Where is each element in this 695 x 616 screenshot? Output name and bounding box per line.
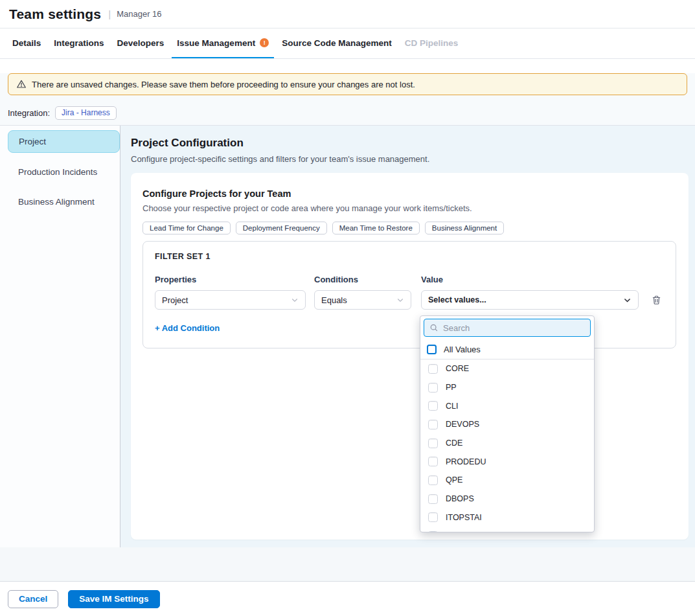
properties-select[interactable]: Project xyxy=(155,290,306,310)
tab[interactable]: CD Pipelines xyxy=(400,29,464,58)
dropdown-search-box xyxy=(424,319,591,337)
option-checkbox[interactable] xyxy=(428,364,438,374)
dropdown-option[interactable]: DBOPS xyxy=(420,490,594,508)
option-label: PRODEDU xyxy=(446,457,486,466)
title-separator: | xyxy=(108,8,111,19)
chevron-down-icon xyxy=(291,296,299,304)
dropdown-option[interactable]: PP xyxy=(420,378,594,397)
tab[interactable]: Source Code Management xyxy=(277,29,397,58)
footer-bar: Cancel Save IM Settings xyxy=(0,581,695,616)
option-checkbox[interactable] xyxy=(428,420,438,429)
dropdown-option[interactable]: ITOPSTAI xyxy=(420,508,594,527)
option-label: CORE xyxy=(446,364,469,373)
sidebar-item-label: Production Incidents xyxy=(18,167,97,177)
tab-label: Integrations xyxy=(54,38,104,48)
sidebar-item-label: Business Alignment xyxy=(18,197,95,207)
tab-bar: Details Integrations Developers Issue Ma… xyxy=(0,29,695,59)
all-values-label: All Values xyxy=(444,345,481,354)
dropdown-option-list: CORE PP xyxy=(420,359,594,532)
section-subtitle: Configure project-specific settings and … xyxy=(131,154,689,164)
value-select-placeholder: Select values... xyxy=(428,295,486,304)
value-select-wrapper: Select values... xyxy=(421,290,639,310)
option-label: ITOPSTAI xyxy=(446,513,482,522)
option-checkbox[interactable] xyxy=(428,457,438,466)
filter-column-headers: Properties Conditions Value xyxy=(155,275,664,284)
card-title: Configure Projects for your Team xyxy=(142,188,677,199)
tab-label: Developers xyxy=(117,38,165,48)
filter-set: FILTER SET 1 Properties Conditions Value… xyxy=(142,241,676,348)
metric-chip[interactable]: Deployment Frequency xyxy=(236,222,327,234)
settings-sidebar: Project Production Incidents Business Al… xyxy=(0,126,120,547)
alert-badge-icon: ! xyxy=(260,38,269,47)
properties-column-header: Properties xyxy=(155,275,306,284)
metric-chip[interactable]: Lead Time for Change xyxy=(142,222,231,234)
tab[interactable]: Developers xyxy=(112,29,170,58)
page-header: Team settings | Manager 16 xyxy=(0,0,695,29)
properties-select-value: Project xyxy=(162,295,188,305)
warning-icon xyxy=(16,79,27,89)
option-checkbox[interactable] xyxy=(428,494,438,504)
option-label: DBOPS xyxy=(446,494,474,503)
section-title: Project Configuration xyxy=(131,137,689,150)
tab[interactable]: Integrations xyxy=(49,29,109,58)
value-dropdown: All Values CORE xyxy=(420,315,595,532)
sidebar-item[interactable]: Project xyxy=(8,130,120,153)
metric-chip-row: Lead Time for Change Deployment Frequenc… xyxy=(142,222,677,234)
option-label: QPE xyxy=(446,475,462,485)
save-im-settings-button[interactable]: Save IM Settings xyxy=(68,590,159,608)
page-title: Team settings xyxy=(9,6,101,22)
sidebar-item[interactable]: Production Incidents xyxy=(0,161,120,183)
tab-label: Details xyxy=(12,38,41,48)
configure-projects-card: Configure Projects for your Team Choose … xyxy=(131,173,689,540)
option-checkbox[interactable] xyxy=(428,531,438,532)
metric-chip[interactable]: Business Alignment xyxy=(425,222,504,234)
integration-chip[interactable]: Jira - Harness xyxy=(55,106,117,120)
tab[interactable]: Details xyxy=(7,29,46,58)
cancel-button[interactable]: Cancel xyxy=(8,590,58,608)
dropdown-option[interactable]: DEVOPS xyxy=(420,415,594,434)
select-all-option[interactable]: All Values xyxy=(420,339,594,359)
option-checkbox[interactable] xyxy=(428,439,438,448)
conditions-column-header: Conditions xyxy=(314,275,411,284)
tab[interactable]: Issue Management ! xyxy=(172,29,274,58)
card-subtitle: Choose your respective project or code a… xyxy=(142,203,677,213)
all-values-checkbox[interactable] xyxy=(427,345,437,354)
sidebar-item-label: Project xyxy=(19,137,46,146)
option-label: PIPE xyxy=(446,532,464,532)
option-label: CDE xyxy=(446,439,462,448)
page-body: There are unsaved changes. Please save t… xyxy=(0,73,695,581)
search-icon xyxy=(429,323,439,332)
delete-filter-button[interactable] xyxy=(652,295,661,305)
search-input[interactable] xyxy=(443,323,573,333)
option-checkbox[interactable] xyxy=(428,383,438,393)
option-label: CLI xyxy=(446,402,458,411)
filter-set-title: FILTER SET 1 xyxy=(155,252,664,261)
dropdown-option[interactable]: CORE xyxy=(420,359,594,378)
unsaved-changes-banner: There are unsaved changes. Please save t… xyxy=(8,73,687,95)
filter-row: Project Equals xyxy=(155,290,664,310)
conditions-select[interactable]: Equals xyxy=(314,290,411,310)
value-select[interactable]: Select values... xyxy=(421,290,639,310)
option-label: PP xyxy=(446,383,457,392)
dropdown-option[interactable]: QPE xyxy=(420,471,594,490)
dropdown-option[interactable]: CDE xyxy=(420,434,594,453)
chevron-down-icon xyxy=(623,296,632,304)
bottom-spacer xyxy=(0,547,695,581)
tab-label: CD Pipelines xyxy=(405,38,459,48)
dropdown-option[interactable]: CLI xyxy=(420,396,594,415)
sidebar-item[interactable]: Business Alignment xyxy=(0,191,120,212)
metric-chip[interactable]: Mean Time to Restore xyxy=(332,222,420,234)
page-subtitle: Manager 16 xyxy=(117,9,161,19)
main-panel: Project Configuration Configure project-… xyxy=(120,126,695,547)
tab-label: Source Code Management xyxy=(282,38,392,48)
dropdown-option[interactable]: PIPE xyxy=(420,527,594,532)
option-checkbox[interactable] xyxy=(428,475,438,485)
option-checkbox[interactable] xyxy=(428,401,438,411)
dropdown-option[interactable]: PRODEDU xyxy=(420,452,594,471)
option-checkbox[interactable] xyxy=(428,512,438,522)
integration-row: Integration: Jira - Harness xyxy=(8,106,687,120)
tab-label: Issue Management xyxy=(177,38,255,48)
chevron-down-icon xyxy=(396,296,404,304)
add-condition-button[interactable]: + Add Condition xyxy=(155,323,220,333)
option-label: DEVOPS xyxy=(446,420,479,429)
